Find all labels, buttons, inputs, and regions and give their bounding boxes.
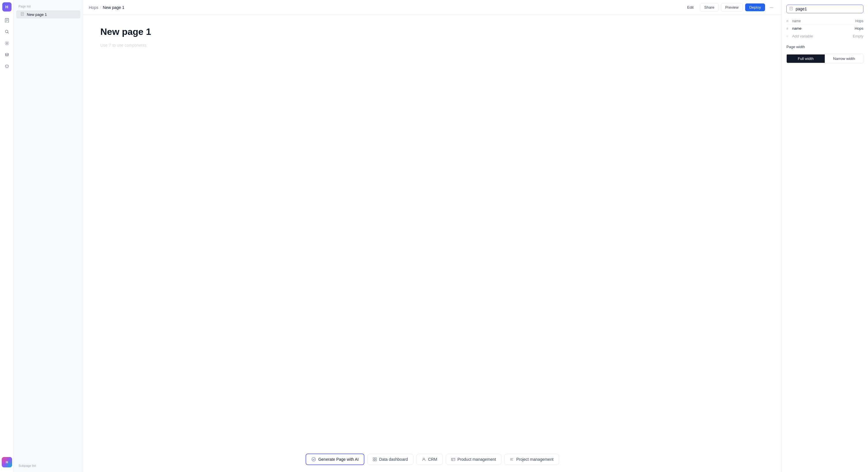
more-options-button[interactable]: ··· xyxy=(767,3,776,12)
var-row-hash-icon: # xyxy=(786,27,792,30)
topbar: Hops / New page 1 Edit Share Preview Dep… xyxy=(83,0,781,15)
sidebar-section-title: Page list xyxy=(14,5,83,10)
svg-text:H: H xyxy=(6,461,8,464)
svg-rect-19 xyxy=(373,458,375,459)
var-row-name: # name Hops xyxy=(786,25,863,32)
page-content: New page 1 Use '/' to use components xyxy=(83,15,781,472)
icon-bar-bottom: H xyxy=(2,457,12,470)
add-var-hash-icon: # xyxy=(786,35,792,38)
deploy-button[interactable]: Deploy xyxy=(745,3,765,11)
preview-button[interactable]: Preview xyxy=(721,3,743,11)
svg-point-18 xyxy=(312,458,315,461)
product-management-label: Product management xyxy=(457,457,496,462)
page-icon xyxy=(21,12,25,17)
var-col-name-header: name xyxy=(792,19,840,23)
topbar-actions: Edit Share Preview Deploy ··· xyxy=(683,3,776,12)
project-management-button[interactable]: Project management xyxy=(504,454,559,465)
share-button[interactable]: Share xyxy=(700,3,719,11)
width-options: Full width Narrow width xyxy=(786,54,863,63)
crm-button[interactable]: CRM xyxy=(416,454,443,465)
svg-point-9 xyxy=(6,66,6,66)
page-title: New page 1 xyxy=(100,27,764,37)
subpage-section-title: Subpage list xyxy=(19,464,78,467)
var-col-value-header: Hops xyxy=(840,19,863,23)
var-row-name-value: Hops xyxy=(840,26,863,31)
nav-palette-icon[interactable] xyxy=(2,61,12,71)
sidebar-item-label: New page 1 xyxy=(27,12,47,17)
full-width-option[interactable]: Full width xyxy=(787,55,825,63)
right-panel: # name Hops # name Hops # Add variable E… xyxy=(781,0,868,472)
nav-pages-icon[interactable] xyxy=(2,15,12,25)
svg-rect-20 xyxy=(375,458,377,459)
add-variable-row[interactable]: # Add variable Empty xyxy=(786,32,863,40)
var-hash-icon: # xyxy=(786,19,792,23)
icon-bar: H H xyxy=(0,0,14,472)
nav-settings-icon[interactable] xyxy=(2,38,12,48)
breadcrumb-current: New page 1 xyxy=(103,5,125,10)
sidebar: Page list New page 1 Subpage list xyxy=(14,0,83,472)
breadcrumb-parent: Hops xyxy=(89,5,98,10)
sidebar-item-new-page-1[interactable]: New page 1 xyxy=(16,10,81,19)
svg-line-5 xyxy=(7,33,8,33)
product-management-button[interactable]: Product management xyxy=(445,454,501,465)
nav-database-icon[interactable] xyxy=(2,49,12,60)
sidebar-bottom: Subpage list xyxy=(14,464,83,467)
page-width-section: Page width Full width Narrow width xyxy=(786,45,863,63)
svg-point-10 xyxy=(7,66,8,66)
svg-point-8 xyxy=(5,65,8,68)
svg-rect-22 xyxy=(375,460,377,461)
narrow-width-option[interactable]: Narrow width xyxy=(825,55,863,63)
page-width-label: Page width xyxy=(786,45,805,49)
svg-point-7 xyxy=(5,53,8,55)
svg-rect-24 xyxy=(451,458,455,461)
main-area: Hops / New page 1 Edit Share Preview Dep… xyxy=(83,0,781,472)
svg-rect-21 xyxy=(373,460,375,461)
breadcrumb-separator: / xyxy=(100,5,101,10)
generate-label: Generate Page with AI xyxy=(318,457,359,462)
add-variable-empty: Empty xyxy=(840,34,863,38)
page-hint: Use '/' to use components xyxy=(100,43,764,47)
svg-point-6 xyxy=(6,43,7,44)
data-dashboard-button[interactable]: Data dashboard xyxy=(367,454,413,465)
page-name-input[interactable] xyxy=(796,7,860,11)
crm-label: CRM xyxy=(428,457,437,462)
breadcrumb: Hops / New page 1 xyxy=(89,5,124,10)
data-dashboard-label: Data dashboard xyxy=(379,457,408,462)
nav-search-icon[interactable] xyxy=(2,27,12,37)
edit-button[interactable]: Edit xyxy=(683,3,698,11)
variables-table: # name Hops # name Hops # Add variable E… xyxy=(786,18,863,40)
app-logo[interactable]: H xyxy=(2,2,11,11)
bottom-bar: Generate Page with AI Data dashboard CRM… xyxy=(306,453,559,465)
var-header-row: # name Hops xyxy=(786,18,863,25)
project-management-label: Project management xyxy=(516,457,553,462)
add-variable-label: Add variable xyxy=(792,34,840,38)
page-width-row: Page width xyxy=(786,45,863,51)
page-name-file-icon xyxy=(789,7,793,11)
page-name-row xyxy=(786,5,863,13)
svg-point-11 xyxy=(7,67,7,67)
generate-page-button[interactable]: Generate Page with AI xyxy=(306,453,365,465)
user-avatar[interactable]: H xyxy=(2,457,12,467)
var-row-name-label: name xyxy=(792,26,840,31)
